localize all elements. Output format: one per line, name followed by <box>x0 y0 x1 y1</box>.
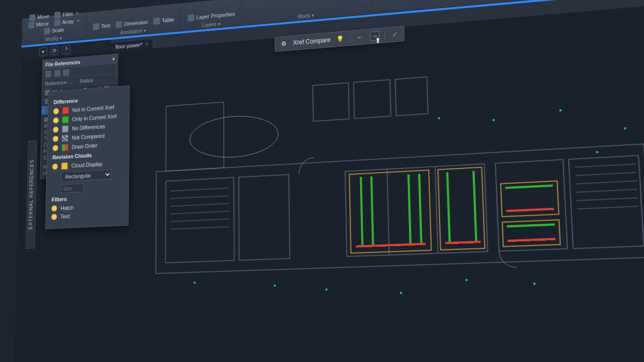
svg-line-37 <box>447 172 449 242</box>
ribbon-dimension[interactable]: Dimension <box>116 18 148 28</box>
ribbon-move[interactable]: Move <box>30 13 49 21</box>
cloud-shape-dropdown[interactable]: Rectangular <box>61 169 112 182</box>
gear-icon[interactable]: ⚙ <box>279 39 288 48</box>
swatch-red <box>62 107 69 114</box>
svg-rect-23 <box>313 83 349 121</box>
table-icon <box>153 17 160 25</box>
svg-rect-1 <box>166 102 224 171</box>
cloud-size-input[interactable] <box>61 183 84 194</box>
svg-rect-26 <box>438 167 485 250</box>
refresh-icon[interactable] <box>54 70 61 77</box>
col-status[interactable]: Status <box>79 76 103 84</box>
svg-rect-15 <box>495 160 567 252</box>
swatch-split <box>62 144 68 151</box>
svg-line-4 <box>171 188 229 191</box>
svg-line-38 <box>473 171 476 241</box>
section-revision-clouds: Revision Clouds <box>53 150 123 160</box>
cloud-display-toggle[interactable]: Cloud Display <box>52 159 123 171</box>
accept-button[interactable]: ✓ <box>390 29 400 40</box>
svg-point-51 <box>438 117 440 119</box>
svg-line-34 <box>371 176 373 245</box>
section-filters: Filters <box>52 193 122 203</box>
svg-line-13 <box>387 169 389 255</box>
cursor-icon: ⬆︎ <box>375 36 381 45</box>
ribbon-group-label: Layers ▾ <box>202 21 221 28</box>
separator <box>350 34 350 43</box>
ribbon-group-label: Annotation ▾ <box>120 28 146 35</box>
close-icon[interactable]: × <box>145 41 149 47</box>
scale-icon <box>43 28 50 35</box>
svg-line-29 <box>356 244 426 247</box>
filter-text[interactable]: Text <box>52 211 123 220</box>
move-icon <box>30 14 36 21</box>
col-extra[interactable] <box>103 76 115 83</box>
col-reference[interactable]: Reference … <box>45 78 79 87</box>
svg-line-7 <box>171 211 229 214</box>
svg-point-49 <box>559 109 561 112</box>
svg-point-44 <box>400 292 402 294</box>
swatch-grey <box>62 125 68 132</box>
lightbulb-icon <box>53 127 58 133</box>
floor-plan <box>136 38 644 342</box>
prev-diff-button[interactable]: ← <box>355 32 365 42</box>
layers-icon <box>188 14 194 21</box>
svg-line-20 <box>576 189 638 192</box>
ribbon-text[interactable]: Text <box>93 22 110 30</box>
svg-line-6 <box>171 203 229 206</box>
svg-line-9 <box>171 227 229 230</box>
ribbon-table[interactable]: Table <box>153 16 174 25</box>
diff-draw-order[interactable]: Draw Order <box>53 141 123 152</box>
svg-rect-0 <box>156 144 644 274</box>
ribbon-group-label: Modify ▾ <box>46 35 62 42</box>
svg-point-50 <box>493 119 495 121</box>
qat-help-icon[interactable]: ? <box>62 45 70 54</box>
lightbulb-icon <box>53 136 58 142</box>
palette-title: File References <box>46 59 80 68</box>
chevron-down-icon[interactable]: ▾ <box>113 56 115 61</box>
cloud-shape-select[interactable]: Rectangular <box>61 168 123 182</box>
svg-rect-16 <box>569 156 644 249</box>
svg-line-5 <box>171 196 229 198</box>
svg-line-19 <box>576 181 637 184</box>
swatch-hatch <box>62 135 68 142</box>
svg-line-39 <box>506 186 553 188</box>
swatch-yellow <box>61 162 68 170</box>
svg-line-36 <box>419 174 421 243</box>
compare-settings-panel: Difference Not in Current Xref Only in C… <box>45 85 130 229</box>
svg-point-42 <box>274 284 276 286</box>
help-icon[interactable] <box>63 69 69 76</box>
ribbon-scale[interactable]: Scale <box>43 26 64 35</box>
attach-icon[interactable] <box>45 70 52 77</box>
xref-compare-title: Xref Compare <box>293 36 331 47</box>
svg-line-30 <box>445 242 481 243</box>
svg-line-8 <box>171 219 229 221</box>
svg-line-17 <box>575 164 636 167</box>
svg-line-31 <box>506 209 554 211</box>
lightbulb-icon <box>52 205 57 212</box>
lightbulb-icon <box>53 108 58 115</box>
lightbulb-icon <box>52 214 57 220</box>
lightbulb-icon <box>52 164 57 170</box>
filter-hatch[interactable]: Hatch <box>52 202 123 212</box>
text-icon <box>93 23 99 31</box>
swatch-green <box>62 116 69 123</box>
ribbon-layer-properties[interactable]: Layer Properties <box>188 10 235 21</box>
svg-line-14 <box>435 167 438 254</box>
lightbulb-icon <box>53 117 58 124</box>
lightbulb-icon <box>53 145 58 151</box>
svg-line-18 <box>575 173 636 176</box>
tab-label: floor power* <box>115 42 142 50</box>
svg-line-33 <box>361 177 362 245</box>
svg-point-45 <box>465 279 467 281</box>
svg-point-47 <box>596 151 599 153</box>
qat-new-icon[interactable]: ▾ <box>39 47 47 56</box>
cloud-size-field[interactable] <box>61 181 122 194</box>
svg-line-32 <box>508 239 555 241</box>
lightbulb-icon[interactable]: 💡 <box>335 34 345 43</box>
qat-refresh-icon[interactable]: ⟳ <box>50 46 58 55</box>
svg-line-21 <box>576 198 638 201</box>
ribbon-group-label: Block ▾ <box>298 12 314 19</box>
separator <box>384 31 385 40</box>
svg-rect-24 <box>354 80 391 119</box>
ribbon-array[interactable]: Array▼ <box>54 17 80 26</box>
